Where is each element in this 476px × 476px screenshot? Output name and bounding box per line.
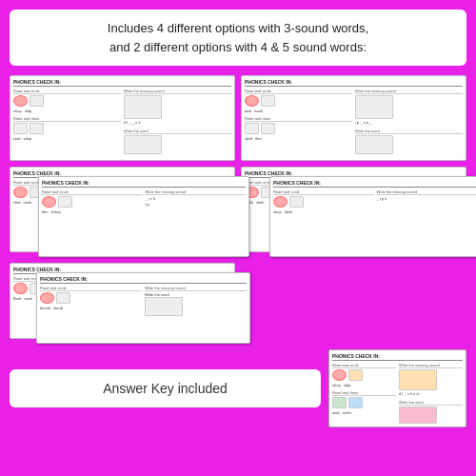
ws1-write-img [124,135,162,154]
ws1-img4 [30,123,44,134]
worksheet-2: PHONICS CHECK IN: Read and circle lash b… [241,75,466,161]
ws8-write-label: Write the word [145,292,247,297]
ws2-write-img [355,135,393,154]
ws8-title: PHONICS CHECK IN: [40,276,247,284]
worksheet-6: PHONICS CHECK IN: Read and circle shop d… [269,176,476,257]
ws1-img1 [13,95,28,107]
main-container: Includes 4 different options with 3-soun… [0,0,476,476]
worksheet-4: PHONICS CHECK IN: Read and circle thin c… [38,176,249,257]
ws9-title: PHONICS CHECK IN: [332,353,463,361]
worksheet-1: PHONICS CHECK IN: Read and circle chop s… [10,75,235,161]
ws4-blank1: i p [146,202,247,207]
ws9-img4 [348,397,363,408]
ws4-blank0: _ i c h [146,196,247,201]
bottom-row: Answer Key included PHONICS CHECK IN: Re… [10,349,466,427]
ws6-blank0: _ i p s [377,196,477,201]
ws9-img2 [348,369,363,381]
ws2-title: PHONICS CHECK IN: [245,79,463,87]
ws4-img2 [58,196,72,208]
ws2-draw-label: Read and draw shell thin [245,116,352,141]
worksheet-9: PHONICS CHECK IN: Read and circle chop s… [328,349,466,427]
ws2-sound-img [355,95,393,119]
ws1-draw-label: Read and draw rash whip [13,116,121,141]
ws1-img3 [13,123,28,134]
ws2-img1 [245,95,259,107]
ws9-write-img [399,407,437,424]
answer-key-text: Answer Key included [103,381,228,396]
ws1-blank: d l _ _ e d [124,120,231,125]
ws6-title: PHONICS CHECK IN: [273,180,476,188]
ws2-img4 [261,123,275,134]
ws3-img1 [13,187,28,198]
ws6-img1 [273,196,288,208]
ws8-write-img [145,297,183,316]
ws9-sound-img [399,369,437,390]
worksheet-8: PHONICS CHECK IN: Read and circle bench … [36,272,250,344]
ws4-img1 [42,196,56,208]
header-box: Includes 4 different options with 3-soun… [10,10,466,66]
ws7-img1 [13,283,28,294]
answer-key-box: Answer Key included [10,369,321,407]
ws2-blank: i p _ s a _ [355,120,463,125]
ws9-img3 [332,397,347,408]
ws2-img3 [245,123,259,134]
ws8-img2 [56,292,70,304]
header-text: Includes 4 different options with 3-soun… [108,21,368,54]
ws2-img2 [261,95,275,107]
ws9-img1 [332,369,347,381]
ws9-blank: d l _ s h e d [399,391,463,396]
ws1-title: PHONICS CHECK IN: [13,79,231,87]
ws1-sound-img [124,95,162,119]
ws4-title: PHONICS CHECK IN: [42,180,246,188]
ws6-img2 [289,196,304,208]
ws1-img2 [30,95,44,107]
ws8-img1 [40,292,54,304]
